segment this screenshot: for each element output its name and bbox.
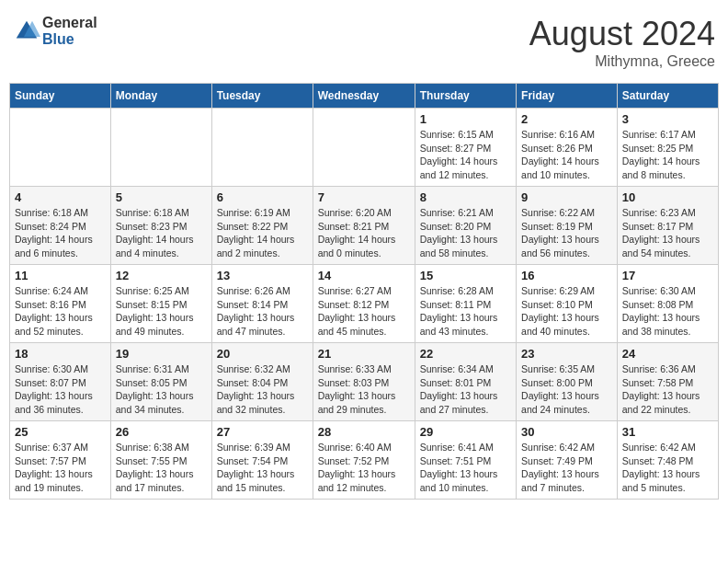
calendar-cell: 13Sunrise: 6:26 AM Sunset: 8:14 PM Dayli… [211, 265, 313, 343]
calendar-cell: 27Sunrise: 6:39 AM Sunset: 7:54 PM Dayli… [211, 421, 313, 500]
cell-content: Sunrise: 6:38 AM Sunset: 7:55 PM Dayligh… [116, 441, 207, 495]
logo-general: General [42, 15, 97, 31]
calendar-cell: 18Sunrise: 6:30 AM Sunset: 8:07 PM Dayli… [10, 343, 111, 421]
day-number: 29 [420, 425, 511, 439]
cell-content: Sunrise: 6:23 AM Sunset: 8:17 PM Dayligh… [622, 206, 713, 260]
cell-content: Sunrise: 6:32 AM Sunset: 8:04 PM Dayligh… [217, 362, 308, 417]
calendar-cell: 10Sunrise: 6:23 AM Sunset: 8:17 PM Dayli… [617, 187, 718, 265]
cell-content: Sunrise: 6:19 AM Sunset: 8:22 PM Dayligh… [217, 206, 308, 260]
day-number: 6 [217, 190, 308, 204]
calendar-cell: 24Sunrise: 6:36 AM Sunset: 7:58 PM Dayli… [617, 343, 718, 421]
day-number: 27 [217, 425, 308, 439]
calendar-cell: 25Sunrise: 6:37 AM Sunset: 7:57 PM Dayli… [10, 421, 111, 500]
day-number: 16 [521, 269, 612, 282]
day-number: 28 [318, 425, 410, 439]
calendar-cell: 29Sunrise: 6:41 AM Sunset: 7:51 PM Dayli… [415, 421, 516, 500]
cell-content: Sunrise: 6:30 AM Sunset: 8:07 PM Dayligh… [15, 362, 106, 417]
cell-content: Sunrise: 6:39 AM Sunset: 7:54 PM Dayligh… [217, 441, 308, 495]
cell-content: Sunrise: 6:22 AM Sunset: 8:19 PM Dayligh… [521, 206, 612, 260]
calendar-header: SundayMondayTuesdayWednesdayThursdayFrid… [10, 84, 719, 109]
title-block: August 2024 Mithymna, Greece [529, 15, 715, 70]
calendar-cell: 26Sunrise: 6:38 AM Sunset: 7:55 PM Dayli… [110, 421, 211, 500]
calendar-cell [211, 109, 313, 187]
day-number: 7 [318, 190, 410, 204]
calendar-cell: 4Sunrise: 6:18 AM Sunset: 8:24 PM Daylig… [10, 187, 111, 265]
calendar-cell: 14Sunrise: 6:27 AM Sunset: 8:12 PM Dayli… [313, 265, 415, 343]
day-number: 5 [116, 190, 207, 204]
calendar-cell: 19Sunrise: 6:31 AM Sunset: 8:05 PM Dayli… [110, 343, 211, 421]
calendar-cell: 31Sunrise: 6:42 AM Sunset: 7:48 PM Dayli… [617, 421, 718, 500]
cell-content: Sunrise: 6:40 AM Sunset: 7:52 PM Dayligh… [318, 441, 410, 495]
calendar-cell: 20Sunrise: 6:32 AM Sunset: 8:04 PM Dayli… [211, 343, 313, 421]
cell-content: Sunrise: 6:31 AM Sunset: 8:05 PM Dayligh… [116, 362, 207, 417]
cell-content: Sunrise: 6:24 AM Sunset: 8:16 PM Dayligh… [15, 284, 106, 339]
cell-content: Sunrise: 6:29 AM Sunset: 8:10 PM Dayligh… [521, 284, 612, 339]
day-number: 31 [622, 425, 713, 439]
calendar-cell: 3Sunrise: 6:17 AM Sunset: 8:25 PM Daylig… [617, 109, 718, 187]
calendar-cell: 15Sunrise: 6:28 AM Sunset: 8:11 PM Dayli… [415, 265, 516, 343]
calendar-cell [10, 109, 111, 187]
calendar-cell: 5Sunrise: 6:18 AM Sunset: 8:23 PM Daylig… [110, 187, 211, 265]
cell-content: Sunrise: 6:21 AM Sunset: 8:20 PM Dayligh… [420, 206, 511, 260]
header-monday: Monday [110, 84, 211, 109]
day-number: 26 [116, 425, 207, 439]
cell-content: Sunrise: 6:20 AM Sunset: 8:21 PM Dayligh… [318, 206, 410, 260]
cell-content: Sunrise: 6:36 AM Sunset: 7:58 PM Dayligh… [622, 362, 713, 417]
logo-blue: Blue [42, 31, 97, 48]
calendar-cell: 1Sunrise: 6:15 AM Sunset: 8:27 PM Daylig… [415, 109, 516, 187]
calendar-cell: 22Sunrise: 6:34 AM Sunset: 8:01 PM Dayli… [415, 343, 516, 421]
calendar-cell: 17Sunrise: 6:30 AM Sunset: 8:08 PM Dayli… [617, 265, 718, 343]
calendar-cell: 7Sunrise: 6:20 AM Sunset: 8:21 PM Daylig… [313, 187, 415, 265]
calendar-cell: 23Sunrise: 6:35 AM Sunset: 8:00 PM Dayli… [517, 343, 618, 421]
calendar-cell: 28Sunrise: 6:40 AM Sunset: 7:52 PM Dayli… [313, 421, 415, 500]
day-number: 10 [622, 190, 713, 204]
calendar-week-1: 4Sunrise: 6:18 AM Sunset: 8:24 PM Daylig… [10, 187, 719, 265]
calendar-cell: 2Sunrise: 6:16 AM Sunset: 8:26 PM Daylig… [517, 109, 618, 187]
cell-content: Sunrise: 6:35 AM Sunset: 8:00 PM Dayligh… [521, 362, 612, 417]
logo-icon [13, 17, 40, 45]
cell-content: Sunrise: 6:27 AM Sunset: 8:12 PM Dayligh… [318, 284, 410, 339]
logo: General Blue [13, 15, 97, 47]
day-number: 11 [15, 269, 106, 282]
cell-content: Sunrise: 6:15 AM Sunset: 8:27 PM Dayligh… [420, 128, 511, 182]
cell-content: Sunrise: 6:28 AM Sunset: 8:11 PM Dayligh… [420, 284, 511, 339]
cell-content: Sunrise: 6:42 AM Sunset: 7:48 PM Dayligh… [622, 441, 713, 495]
day-number: 23 [521, 347, 612, 361]
cell-content: Sunrise: 6:30 AM Sunset: 8:08 PM Dayligh… [622, 284, 713, 339]
header-friday: Friday [517, 84, 618, 109]
header-saturday: Saturday [617, 84, 718, 109]
calendar-cell: 12Sunrise: 6:25 AM Sunset: 8:15 PM Dayli… [110, 265, 211, 343]
calendar-cell: 16Sunrise: 6:29 AM Sunset: 8:10 PM Dayli… [517, 265, 618, 343]
cell-content: Sunrise: 6:33 AM Sunset: 8:03 PM Dayligh… [318, 362, 410, 417]
day-number: 3 [622, 112, 713, 126]
calendar-cell: 6Sunrise: 6:19 AM Sunset: 8:22 PM Daylig… [211, 187, 313, 265]
day-number: 21 [318, 347, 410, 361]
day-number: 13 [217, 269, 308, 282]
cell-content: Sunrise: 6:37 AM Sunset: 7:57 PM Dayligh… [15, 441, 106, 495]
calendar-week-3: 18Sunrise: 6:30 AM Sunset: 8:07 PM Dayli… [10, 343, 719, 421]
day-number: 8 [420, 190, 511, 204]
header-thursday: Thursday [415, 84, 516, 109]
day-number: 14 [318, 269, 410, 282]
day-number: 12 [116, 269, 207, 282]
calendar-cell: 9Sunrise: 6:22 AM Sunset: 8:19 PM Daylig… [517, 187, 618, 265]
day-number: 15 [420, 269, 511, 282]
calendar-cell: 21Sunrise: 6:33 AM Sunset: 8:03 PM Dayli… [313, 343, 415, 421]
page-header: General Blue August 2024 Mithymna, Greec… [9, 9, 719, 75]
day-number: 20 [217, 347, 308, 361]
day-number: 19 [116, 347, 207, 361]
calendar-week-0: 1Sunrise: 6:15 AM Sunset: 8:27 PM Daylig… [10, 109, 719, 187]
calendar-cell: 11Sunrise: 6:24 AM Sunset: 8:16 PM Dayli… [10, 265, 111, 343]
cell-content: Sunrise: 6:34 AM Sunset: 8:01 PM Dayligh… [420, 362, 511, 417]
cell-content: Sunrise: 6:16 AM Sunset: 8:26 PM Dayligh… [521, 128, 612, 182]
calendar-cell: 30Sunrise: 6:42 AM Sunset: 7:49 PM Dayli… [517, 421, 618, 500]
day-number: 30 [521, 425, 612, 439]
calendar-cell [110, 109, 211, 187]
location: Mithymna, Greece [529, 53, 715, 70]
calendar-cell: 8Sunrise: 6:21 AM Sunset: 8:20 PM Daylig… [415, 187, 516, 265]
day-number: 18 [15, 347, 106, 361]
header-wednesday: Wednesday [313, 84, 415, 109]
calendar-cell [313, 109, 415, 187]
cell-content: Sunrise: 6:25 AM Sunset: 8:15 PM Dayligh… [116, 284, 207, 339]
calendar-week-4: 25Sunrise: 6:37 AM Sunset: 7:57 PM Dayli… [10, 421, 719, 500]
